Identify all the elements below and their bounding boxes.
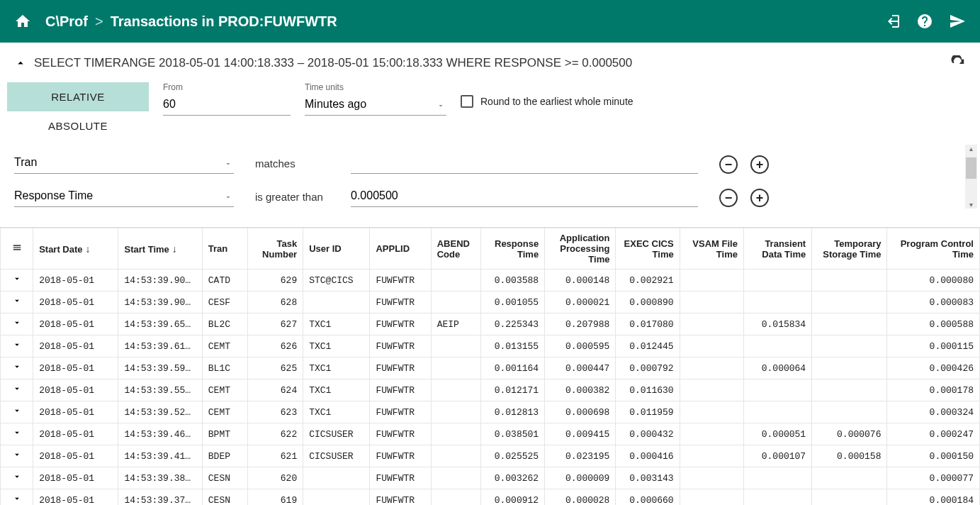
cell-user: TXC1 xyxy=(303,379,370,401)
cell-response: 0.225343 xyxy=(480,313,544,335)
cell-vsam xyxy=(680,357,743,379)
transactions-table-wrap: Start Date↓ Start Time↓ Tran Task Number… xyxy=(0,227,980,505)
cell-proc: 0.000698 xyxy=(545,401,616,423)
breadcrumb-app[interactable]: C\Prof xyxy=(45,13,88,30)
expand-row-button[interactable] xyxy=(1,292,33,313)
add-filter-button[interactable]: + xyxy=(750,189,769,207)
cell-pc: 0.000150 xyxy=(887,445,980,467)
cell-abend xyxy=(431,489,480,506)
table-row: 2018-05-0114:53:39.90…CATD629STC@CICSFUW… xyxy=(1,270,980,292)
expand-row-button[interactable] xyxy=(1,489,33,506)
filter-field-input[interactable] xyxy=(14,187,234,207)
cell-ts xyxy=(812,292,887,313)
round-checkbox[interactable] xyxy=(461,95,473,108)
expand-row-button[interactable] xyxy=(1,270,33,292)
round-checkbox-row: Round to the earliest whole minute xyxy=(461,95,633,108)
column-menu-button[interactable] xyxy=(1,228,33,270)
col-start-date[interactable]: Start Date↓ xyxy=(33,228,118,270)
units-select[interactable] xyxy=(305,95,446,116)
cell-proc: 0.000148 xyxy=(545,270,616,292)
cell-pc: 0.000178 xyxy=(887,379,980,401)
cell-start-date: 2018-05-01 xyxy=(33,467,118,489)
cell-applid: FUWFWTR xyxy=(370,357,431,379)
col-pc[interactable]: Program Control Time xyxy=(887,228,980,270)
cell-proc: 0.000009 xyxy=(545,467,616,489)
cell-start-time: 14:53:39.61… xyxy=(118,335,202,357)
filter-operator: matches xyxy=(255,157,330,174)
scroll-up-icon[interactable]: ▴ xyxy=(969,145,973,152)
cell-ts xyxy=(812,313,887,335)
send-icon[interactable] xyxy=(949,13,966,30)
col-td[interactable]: Transient Data Time xyxy=(743,228,811,270)
cell-tran: CEMT xyxy=(202,335,247,357)
app-header: C\Prof > Transactions in PROD:FUWFWTR xyxy=(0,0,980,43)
filters-scrollbar[interactable]: ▴ ▾ xyxy=(965,145,977,209)
col-user-id[interactable]: User ID xyxy=(303,228,370,270)
filter-value-input[interactable] xyxy=(351,187,698,207)
from-label: From xyxy=(163,82,291,92)
expand-row-button[interactable] xyxy=(1,401,33,423)
cell-start-time: 14:53:39.41… xyxy=(118,445,202,467)
cell-tran: CEMT xyxy=(202,401,247,423)
cell-start-date: 2018-05-01 xyxy=(33,401,118,423)
col-vsam[interactable]: VSAM File Time xyxy=(680,228,743,270)
home-icon[interactable] xyxy=(14,13,31,30)
cell-exec: 0.002921 xyxy=(616,270,680,292)
cell-ts xyxy=(812,270,887,292)
filter-field-select[interactable] xyxy=(14,187,234,207)
collapse-icon[interactable] xyxy=(14,57,27,70)
cell-vsam xyxy=(680,292,743,313)
cell-pc: 0.000588 xyxy=(887,313,980,335)
filter-value-input[interactable] xyxy=(351,153,698,174)
cell-user xyxy=(303,467,370,489)
cell-user: TXC1 xyxy=(303,313,370,335)
cell-abend xyxy=(431,401,480,423)
cell-user: TXC1 xyxy=(303,357,370,379)
expand-row-button[interactable] xyxy=(1,335,33,357)
cell-user: CICSUSER xyxy=(303,445,370,467)
col-tran[interactable]: Tran xyxy=(202,228,247,270)
cell-abend xyxy=(431,445,480,467)
cell-task: 624 xyxy=(247,379,303,401)
table-row: 2018-05-0114:53:39.65…BL2C627TXC1FUWFWTR… xyxy=(1,313,980,335)
cell-abend xyxy=(431,335,480,357)
cell-response: 0.025525 xyxy=(480,445,544,467)
login-icon[interactable] xyxy=(884,13,901,30)
filter-operator: is greater than xyxy=(255,191,330,207)
col-abend[interactable]: ABEND Code xyxy=(431,228,480,270)
time-range-section: RELATIVE ABSOLUTE From Time units Round … xyxy=(0,78,980,153)
refresh-icon[interactable] xyxy=(950,55,966,71)
col-response[interactable]: Response Time xyxy=(480,228,544,270)
remove-filter-button[interactable]: − xyxy=(719,155,738,174)
cell-exec: 0.000792 xyxy=(616,357,680,379)
col-start-time[interactable]: Start Time↓ xyxy=(118,228,202,270)
expand-row-button[interactable] xyxy=(1,313,33,335)
remove-filter-button[interactable]: − xyxy=(719,189,738,207)
cell-applid: FUWFWTR xyxy=(370,401,431,423)
filters-section: matches − + is greater than − + ▴ ▾ xyxy=(0,153,980,227)
cell-td xyxy=(743,401,811,423)
add-filter-button[interactable]: + xyxy=(750,155,769,174)
col-proc[interactable]: Application Processing Time xyxy=(545,228,616,270)
tab-absolute[interactable]: ABSOLUTE xyxy=(7,111,149,140)
col-task-number[interactable]: Task Number xyxy=(247,228,303,270)
col-ts[interactable]: Temporary Storage Time xyxy=(812,228,887,270)
cell-exec: 0.000432 xyxy=(616,423,680,445)
expand-row-button[interactable] xyxy=(1,423,33,445)
expand-row-button[interactable] xyxy=(1,357,33,379)
scroll-thumb[interactable] xyxy=(966,157,976,179)
help-icon[interactable] xyxy=(916,13,933,30)
expand-row-button[interactable] xyxy=(1,379,33,401)
filter-field-select[interactable] xyxy=(14,153,234,174)
filter-field-input[interactable] xyxy=(14,153,234,174)
tab-relative[interactable]: RELATIVE xyxy=(7,82,149,111)
scroll-down-icon[interactable]: ▾ xyxy=(969,201,973,209)
expand-row-button[interactable] xyxy=(1,445,33,467)
sort-desc-icon: ↓ xyxy=(86,243,91,255)
from-input[interactable] xyxy=(163,95,291,116)
col-exec[interactable]: EXEC CICS Time xyxy=(616,228,680,270)
units-label: Time units xyxy=(305,82,446,92)
cell-ts xyxy=(812,335,887,357)
col-applid[interactable]: APPLID xyxy=(370,228,431,270)
expand-row-button[interactable] xyxy=(1,467,33,489)
